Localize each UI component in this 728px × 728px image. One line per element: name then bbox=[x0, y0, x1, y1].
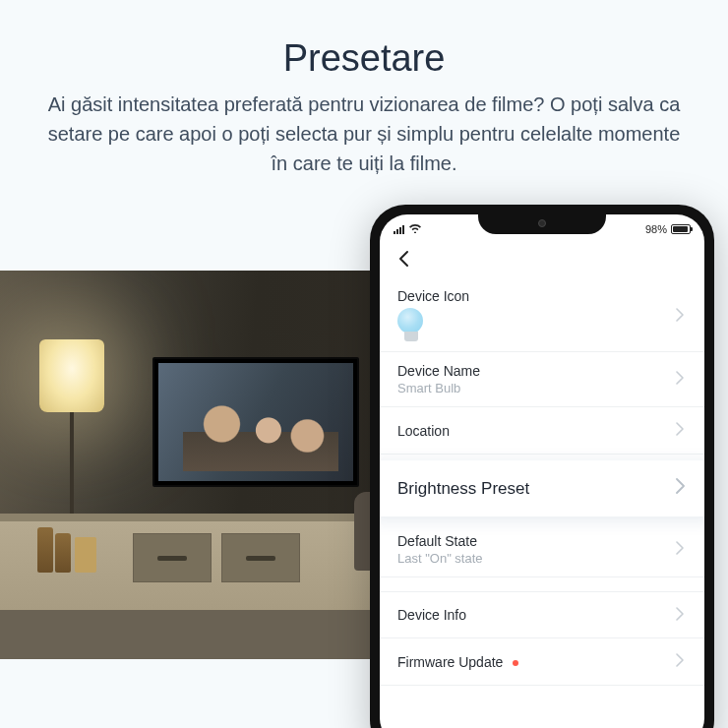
row-label: Firmware Update bbox=[397, 654, 673, 670]
chevron-right-icon bbox=[673, 605, 687, 626]
chevron-right-icon bbox=[673, 369, 687, 390]
chevron-right-icon bbox=[673, 420, 687, 441]
tv-illustration bbox=[152, 357, 359, 487]
battery-percentage: 98% bbox=[645, 223, 667, 235]
row-label: Device Info bbox=[397, 607, 673, 623]
signal-icon bbox=[394, 225, 404, 234]
page-title: Presetare bbox=[39, 37, 689, 80]
chevron-right-icon bbox=[673, 306, 687, 327]
update-indicator-dot bbox=[513, 660, 518, 666]
marketing-header: Presetare Ai găsit intensitatea preferat… bbox=[0, 0, 728, 202]
row-label: Device Name bbox=[397, 363, 673, 379]
chevron-right-icon bbox=[673, 539, 687, 560]
row-location[interactable]: Location bbox=[380, 407, 704, 455]
row-device-info[interactable]: Device Info bbox=[380, 591, 704, 638]
row-device-name[interactable]: Device Name Smart Bulb bbox=[380, 352, 704, 407]
row-device-icon[interactable]: Device Icon bbox=[380, 277, 704, 352]
row-value: Last "On" state bbox=[397, 551, 673, 566]
page-subtitle: Ai găsit intensitatea preferată pentru v… bbox=[39, 90, 689, 178]
row-value: Smart Bulb bbox=[397, 381, 673, 395]
row-label: Default State bbox=[397, 533, 673, 549]
row-label: Brightness Preset bbox=[397, 479, 673, 499]
row-label: Device Icon bbox=[397, 288, 673, 304]
row-firmware-update[interactable]: Firmware Update bbox=[380, 638, 704, 686]
back-button[interactable] bbox=[392, 248, 415, 273]
row-brightness-preset[interactable]: Brightness Preset bbox=[380, 460, 704, 516]
battery-icon bbox=[671, 224, 691, 234]
wifi-icon bbox=[408, 222, 422, 236]
nav-bar bbox=[380, 244, 704, 277]
settings-list: Device Icon Device Name Smart Bulb bbox=[380, 277, 704, 686]
phone-mockup: 98% Device Icon bbox=[370, 205, 714, 728]
chevron-right-icon bbox=[673, 651, 687, 672]
bulb-icon bbox=[397, 308, 425, 343]
row-label: Location bbox=[397, 423, 673, 439]
phone-notch bbox=[478, 214, 606, 234]
row-default-state[interactable]: Default State Last "On" state bbox=[380, 522, 704, 577]
chevron-right-icon bbox=[673, 478, 687, 499]
